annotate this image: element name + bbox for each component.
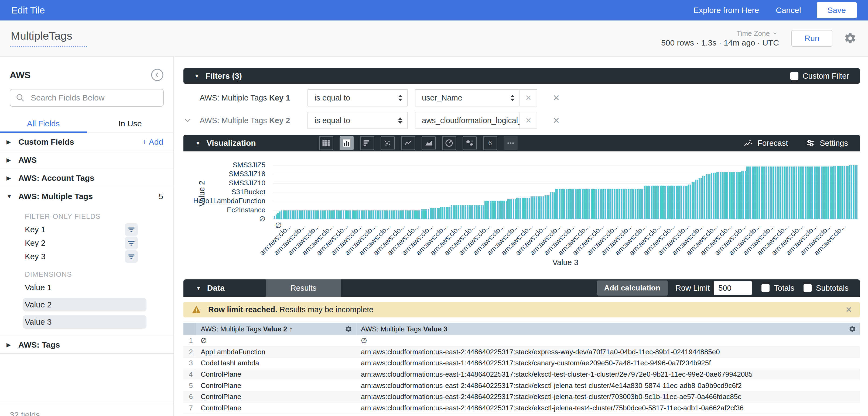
chart-bar[interactable]	[796, 167, 797, 219]
chart-bar[interactable]	[801, 167, 803, 219]
chart-bar[interactable]	[449, 207, 451, 219]
chart-bar[interactable]	[711, 173, 712, 219]
chart-bar[interactable]	[856, 165, 858, 219]
chart-bar[interactable]	[612, 189, 613, 219]
tab-all-fields[interactable]: All Fields	[0, 116, 87, 133]
chart-bar[interactable]	[293, 210, 294, 219]
chart-bar[interactable]	[775, 167, 776, 219]
chart-bar[interactable]	[311, 210, 312, 219]
chart-bar[interactable]	[539, 197, 540, 219]
chart-bar[interactable]	[318, 210, 319, 219]
section-aws-tags[interactable]: ▶ AWS: Tags	[0, 336, 174, 354]
explore-from-here-button[interactable]: Explore from Here	[693, 6, 759, 15]
chart-bar[interactable]	[695, 180, 696, 219]
chart-bar[interactable]	[808, 167, 810, 219]
chart-bar[interactable]	[833, 166, 835, 219]
chart-bar[interactable]	[723, 172, 725, 219]
chart-bar[interactable]	[794, 167, 796, 219]
chart-bar[interactable]	[424, 209, 426, 219]
chart-bar[interactable]	[557, 189, 558, 219]
chart-bar[interactable]	[474, 205, 475, 219]
chart-bar[interactable]	[413, 210, 415, 219]
chart-bar[interactable]	[430, 208, 431, 219]
section-aws[interactable]: ▶ AWS	[0, 151, 174, 169]
chart-bar[interactable]	[762, 167, 764, 219]
chart-bar[interactable]	[421, 209, 422, 219]
chart-bar[interactable]	[647, 186, 649, 219]
chart-bar[interactable]	[329, 210, 330, 219]
cell-value2[interactable]: ∅	[196, 337, 356, 345]
chart-bar[interactable]	[284, 210, 286, 219]
chart-bar[interactable]	[824, 167, 826, 219]
chart-bar[interactable]	[359, 210, 360, 219]
tab-in-use[interactable]: In Use	[87, 116, 174, 133]
chart-bar[interactable]	[686, 186, 687, 219]
chart-bar[interactable]	[855, 165, 856, 219]
section-aws-multiple-tags[interactable]: ▼ AWS: Multiple Tags 5	[0, 187, 174, 205]
chart-bar[interactable]	[345, 210, 346, 219]
chart-bar[interactable]	[543, 197, 544, 219]
chart-bar[interactable]	[291, 210, 293, 219]
chart-bar[interactable]	[582, 189, 583, 219]
chart-bar[interactable]	[759, 167, 760, 219]
forecast-button[interactable]: Forecast	[743, 138, 788, 148]
chart-bar[interactable]	[663, 186, 664, 219]
chart-bar[interactable]	[567, 189, 569, 219]
chart-bar[interactable]	[571, 189, 572, 219]
chart-bar[interactable]	[670, 186, 672, 219]
visualization-panel-header[interactable]: ▼ Visualization 6 Forecast Settings	[183, 135, 860, 151]
chart-bar[interactable]	[490, 201, 491, 219]
chart-bar[interactable]	[683, 186, 684, 219]
chart-bar[interactable]	[617, 189, 619, 219]
chart-bar[interactable]	[400, 210, 401, 219]
chart-bar[interactable]	[320, 210, 321, 219]
filter-icon[interactable]	[125, 223, 138, 236]
chart-bar[interactable]	[433, 208, 435, 219]
chart-bar[interactable]	[362, 210, 364, 219]
chart-bar[interactable]	[522, 198, 523, 219]
chart-bar[interactable]	[629, 189, 631, 219]
chart-bar[interactable]	[577, 189, 578, 219]
chart-bar[interactable]	[608, 189, 610, 219]
chart-bar[interactable]	[391, 210, 392, 219]
chart-bar[interactable]	[729, 172, 730, 219]
chart-bar[interactable]	[295, 210, 297, 219]
chart-bar[interactable]	[844, 166, 845, 219]
tab-results[interactable]: Results	[266, 279, 341, 297]
chart-bar[interactable]	[583, 189, 585, 219]
section-custom-fields[interactable]: ▶ Custom Fields + Add	[0, 133, 174, 151]
chart-bar[interactable]	[819, 167, 820, 219]
chart-bar[interactable]	[548, 195, 550, 219]
cell-value2[interactable]: ControlPlane	[196, 404, 356, 412]
chart-bar[interactable]	[810, 167, 811, 219]
chart-bar[interactable]	[693, 182, 694, 219]
chart-bar[interactable]	[750, 167, 751, 219]
chart-bar[interactable]	[438, 208, 440, 219]
chart-bar[interactable]	[656, 186, 658, 219]
chart-bar[interactable]	[562, 189, 564, 219]
field-value-1[interactable]: Value 1	[0, 281, 174, 294]
chart-bar[interactable]	[766, 167, 767, 219]
chart-bar[interactable]	[286, 210, 287, 219]
chart-bar[interactable]	[679, 186, 681, 219]
chart-bar[interactable]	[437, 208, 438, 219]
chart-bar[interactable]	[419, 210, 420, 219]
chart-bar[interactable]	[300, 210, 302, 219]
chart-bar[interactable]	[398, 210, 399, 219]
cell-value3[interactable]: arn:aws:cloudformation:us-east-2:4486402…	[356, 392, 860, 401]
chart-bar[interactable]	[578, 189, 580, 219]
chart-bar[interactable]	[713, 173, 714, 219]
chart-bar[interactable]	[467, 205, 468, 219]
chart-bar[interactable]	[336, 210, 337, 219]
chart-bar[interactable]	[654, 186, 656, 219]
chart-bar[interactable]	[669, 186, 670, 219]
chart-bar[interactable]	[777, 167, 778, 219]
chart-bar[interactable]	[408, 210, 410, 219]
chart-bar[interactable]	[773, 167, 774, 219]
chart-bar[interactable]	[587, 189, 589, 219]
chart-bar[interactable]	[665, 186, 666, 219]
chart-bar[interactable]	[817, 167, 819, 219]
chart-bar[interactable]	[600, 189, 601, 219]
chart-bar[interactable]	[610, 189, 612, 219]
chart-bar[interactable]	[447, 207, 448, 219]
